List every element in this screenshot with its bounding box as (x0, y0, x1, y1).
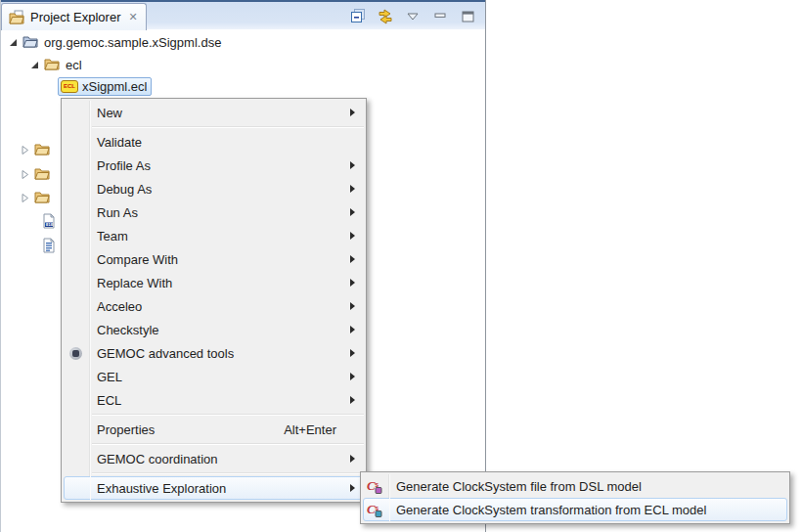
submenu-arrow-icon (350, 373, 366, 380)
menu-item-run-as[interactable]: Run As (62, 200, 366, 224)
tree-item-label[interactable]: ecl (64, 58, 84, 72)
collapse-all-icon[interactable] (348, 7, 368, 26)
menu-item-generate-clocksystem-file-from-dsl-model[interactable]: CsGenerate ClockSystem file from DSL mod… (361, 474, 789, 498)
submenu-arrow-icon (350, 396, 366, 404)
menu-item-label: Debug As (89, 182, 350, 197)
ecl-file-icon: ECL (61, 80, 78, 93)
submenu-items: CsGenerate ClockSystem file from DSL mod… (361, 474, 789, 521)
tree-item-label[interactable]: xSigpml.ecl (82, 79, 147, 94)
svg-text:s: s (375, 505, 379, 511)
selected-tree-item[interactable]: ECL xSigpml.ecl (58, 77, 152, 96)
menu-item-label: Exhaustive Exploration (89, 481, 350, 496)
submenu-arrow-icon (350, 279, 366, 287)
view-menu-icon[interactable] (403, 7, 423, 26)
submenu-arrow-icon (350, 455, 366, 463)
minimize-icon[interactable] (430, 7, 450, 26)
menu-item-label: Properties (89, 422, 284, 437)
folder-icon (34, 142, 50, 157)
gemoc-icon (69, 347, 82, 360)
link-with-editor-icon[interactable] (376, 7, 395, 26)
menu-item-label: Compare With (89, 252, 350, 267)
binary-file-icon: 010 (41, 213, 57, 229)
menu-item-label: Generate ClockSystem file from DSL model (388, 479, 774, 494)
tree-item-file[interactable] (41, 236, 57, 255)
menu-item-ecl[interactable]: ECL (62, 388, 366, 412)
clocksystem-dsl-icon: Cs (367, 478, 382, 494)
tree-item-ecl-folder[interactable]: ecl (29, 55, 84, 74)
menu-item-label: Profile As (89, 158, 350, 173)
menu-item-label: Run As (89, 205, 350, 220)
context-menu-items: NewValidateProfile AsDebug AsRun AsTeamC… (62, 101, 366, 500)
menu-item-compare-with[interactable]: Compare With (62, 247, 366, 271)
submenu-arrow-icon (350, 185, 366, 193)
expanded-twisty-icon[interactable] (29, 60, 40, 70)
collapsed-twisty-icon[interactable] (20, 145, 30, 155)
menu-item-label: GEMOC coordination (89, 452, 350, 466)
tree-item-folder[interactable] (20, 188, 50, 207)
menu-item-checkstyle[interactable]: Checkstyle (62, 318, 366, 341)
menu-item-debug-as[interactable]: Debug As (62, 177, 366, 200)
svg-text:010: 010 (46, 222, 54, 227)
exhaustive-exploration-submenu: CsGenerate ClockSystem file from DSL mod… (360, 471, 790, 524)
submenu-arrow-icon (350, 302, 366, 310)
svg-text:s: s (375, 481, 379, 488)
menu-item-label: Checkstyle (89, 323, 350, 337)
tree-item-label[interactable]: org.gemoc.sample.xSigpml.dse (42, 35, 223, 50)
maximize-icon[interactable] (458, 7, 477, 26)
menu-item-exhaustive-exploration[interactable]: Exhaustive Exploration (62, 476, 366, 500)
menu-item-acceleo[interactable]: Acceleo (62, 294, 366, 318)
menu-item-team[interactable]: Team (62, 224, 366, 247)
submenu-arrow-icon (350, 109, 366, 116)
menu-item-label: New (89, 106, 350, 120)
menu-item-validate[interactable]: Validate (62, 130, 366, 154)
menu-item-label: Team (89, 229, 350, 244)
menu-item-label: GEL (89, 370, 350, 384)
menu-item-gel[interactable]: GEL (62, 365, 366, 388)
tree-item-folder[interactable] (20, 140, 50, 159)
menu-item-label: Validate (89, 135, 350, 150)
menu-item-new[interactable]: New (62, 101, 366, 124)
menu-item-icon-cell: Cs (361, 502, 388, 517)
submenu-arrow-icon (350, 232, 366, 240)
close-icon[interactable]: ✕ (128, 11, 137, 23)
tree-item-file[interactable]: 010 (41, 211, 57, 231)
project-folder-icon (22, 34, 38, 50)
submenu-arrow-icon (350, 326, 366, 333)
submenu-arrow-icon (350, 349, 366, 357)
collapsed-twisty-icon[interactable] (20, 193, 30, 203)
menu-item-properties[interactable]: PropertiesAlt+Enter (62, 418, 366, 441)
tree-item-xsigpml-ecl[interactable]: ECL xSigpml.ecl (58, 76, 152, 96)
view-toolbar (348, 6, 477, 27)
folder-icon (34, 166, 50, 182)
view-tab-strip: Project Explorer ✕ (1, 0, 485, 29)
menu-item-profile-as[interactable]: Profile As (62, 154, 366, 177)
tree-item-project[interactable]: org.gemoc.sample.xSigpml.dse (8, 32, 223, 52)
clocksystem-ecl-icon: Cs (367, 502, 382, 517)
collapsed-twisty-icon[interactable] (20, 169, 30, 180)
view-title: Project Explorer (30, 10, 120, 24)
text-file-icon (41, 238, 57, 253)
menu-item-label: GEMOC advanced tools (89, 346, 350, 361)
tree-item-folder[interactable] (20, 164, 50, 184)
menu-item-replace-with[interactable]: Replace With (62, 271, 366, 294)
menu-item-icon-cell (62, 347, 89, 360)
menu-item-label: Generate ClockSystem transformation from… (388, 503, 774, 517)
menu-item-gemoc-advanced-tools[interactable]: GEMOC advanced tools (62, 341, 366, 365)
project-explorer-icon (9, 10, 24, 25)
submenu-arrow-icon (350, 161, 366, 169)
menu-item-gemoc-coordination[interactable]: GEMOC coordination (62, 447, 366, 470)
menu-item-label: Replace With (89, 276, 350, 290)
context-menu: NewValidateProfile AsDebug AsRun AsTeamC… (61, 98, 367, 503)
submenu-arrow-icon (350, 255, 366, 263)
tab-project-explorer[interactable]: Project Explorer ✕ (1, 3, 147, 30)
folder-icon (34, 190, 50, 205)
menu-item-icon-cell: Cs (361, 478, 388, 494)
menu-item-label: Acceleo (89, 299, 350, 314)
submenu-arrow-icon (350, 208, 366, 216)
open-folder-icon (44, 57, 60, 72)
menu-item-generate-clocksystem-transformation-from-ecl-model[interactable]: CsGenerate ClockSystem transformation fr… (361, 498, 789, 521)
expanded-twisty-icon[interactable] (8, 37, 19, 48)
menu-item-label: ECL (89, 393, 350, 408)
menu-item-shortcut: Alt+Enter (284, 422, 350, 437)
